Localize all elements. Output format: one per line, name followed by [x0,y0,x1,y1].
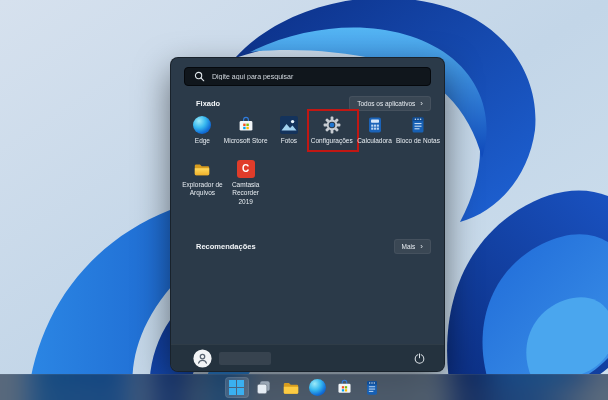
app-edge[interactable]: Edge [181,112,224,154]
camtasia-letter: C [242,164,249,174]
all-apps-label: Todos os aplicativos [357,100,415,107]
task-view-button[interactable] [252,377,276,398]
start-menu: Fixado Todos os aplicativos › Edge [170,57,445,372]
chevron-right-icon: › [420,102,423,106]
power-icon [413,352,426,365]
edge-icon [193,116,211,134]
all-apps-button[interactable]: Todos os aplicativos › [349,96,431,111]
app-configuracoes[interactable]: Configurações [310,112,353,154]
start-menu-footer [171,344,444,371]
microsoft-store-icon [237,116,255,134]
app-label: Configurações [311,137,353,145]
app-label: Bloco de Notas [396,137,440,145]
edge-button[interactable] [306,377,330,398]
app-label: Calculadora [357,137,392,145]
more-button[interactable]: Mais › [394,239,431,254]
app-microsoft-store[interactable]: Microsoft Store [224,112,268,154]
taskbar-icons [225,377,384,398]
file-explorer-folder-icon [282,379,300,396]
app-label: Camtasia Recorder 2019 [225,181,267,206]
settings-gear-icon [323,116,341,134]
task-view-icon [255,379,272,396]
camtasia-icon: C [237,160,255,178]
notepad-button[interactable] [360,377,384,398]
user-name-redacted [219,352,271,365]
calculator-icon [366,116,384,134]
pinned-section-header: Fixado Todos os aplicativos › [196,96,431,111]
chevron-right-icon: › [420,245,423,249]
app-camtasia-recorder[interactable]: C Camtasia Recorder 2019 [224,156,268,198]
app-fotos[interactable]: Fotos [268,112,311,154]
app-bloco-de-notas[interactable]: Bloco de Notas [396,112,440,154]
microsoft-store-icon [336,379,353,396]
pinned-section-title: Fixado [196,99,220,108]
app-label: Edge [195,137,210,145]
search-input[interactable] [212,73,422,80]
file-explorer-button[interactable] [279,377,303,398]
user-avatar-icon [193,349,212,368]
notepad-icon [364,380,380,396]
app-label: Microsoft Store [224,137,268,145]
start-button[interactable] [225,377,249,398]
app-label: Explorador de Arquivos [181,181,223,198]
search-box[interactable] [184,67,431,86]
taskbar [0,374,608,400]
recommended-section-header: Recomendações Mais › [196,239,431,254]
pinned-apps-grid: Edge Microsoft Store [181,112,440,198]
notepad-icon [409,116,427,134]
recommended-section-title: Recomendações [196,242,256,251]
app-explorador-de-arquivos[interactable]: Explorador de Arquivos [181,156,224,198]
windows-logo-icon [229,380,244,395]
app-calculadora[interactable]: Calculadora [353,112,396,154]
more-label: Mais [402,243,416,250]
photos-icon [280,116,298,134]
app-label: Fotos [281,137,297,145]
file-explorer-folder-icon [193,160,211,178]
user-profile-button[interactable] [193,349,271,368]
microsoft-store-button[interactable] [333,377,357,398]
search-icon [193,70,206,83]
desktop: Fixado Todos os aplicativos › Edge [0,0,608,400]
power-button[interactable] [411,350,428,367]
edge-icon [309,379,326,396]
